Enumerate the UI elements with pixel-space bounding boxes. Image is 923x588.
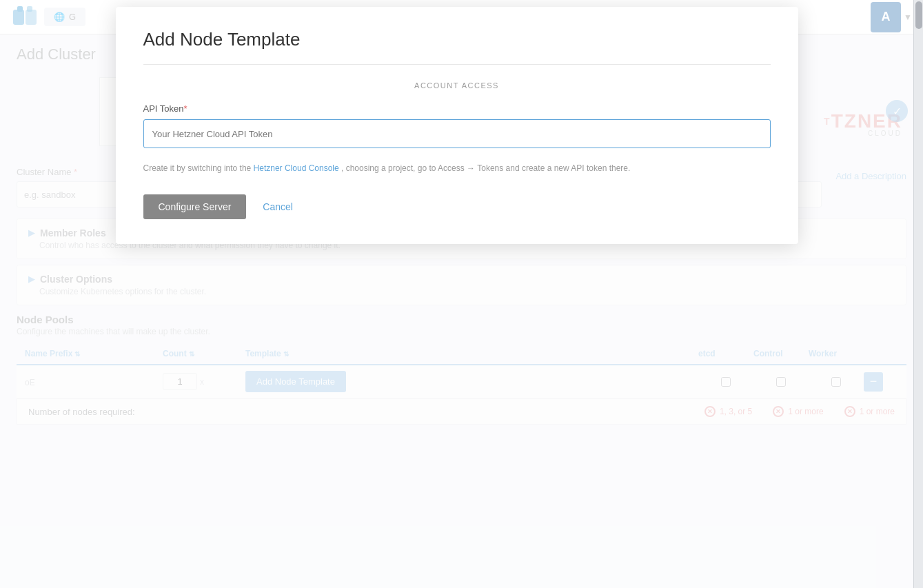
hint-post-text: , choosing a project, go to Access → Tok… bbox=[341, 163, 630, 173]
api-token-input[interactable] bbox=[143, 119, 771, 148]
api-token-label: API Token* bbox=[143, 103, 771, 114]
scrollbar[interactable] bbox=[913, 0, 923, 588]
modal-overlay: Add Node Template ACCOUNT ACCESS API Tok… bbox=[0, 0, 913, 588]
hetzner-console-link[interactable]: Hetzner Cloud Console bbox=[254, 163, 339, 173]
hint-pre-text: Create it by switching into the bbox=[143, 163, 252, 173]
modal-hint: Create it by switching into the Hetzner … bbox=[143, 162, 771, 175]
modal-actions: Configure Server Cancel bbox=[143, 194, 771, 219]
modal: Add Node Template ACCOUNT ACCESS API Tok… bbox=[116, 7, 798, 244]
scrollbar-thumb[interactable] bbox=[915, 1, 922, 29]
modal-title: Add Node Template bbox=[143, 29, 771, 50]
modal-divider bbox=[143, 64, 771, 65]
cancel-btn[interactable]: Cancel bbox=[263, 201, 293, 212]
modal-section-label: ACCOUNT ACCESS bbox=[143, 81, 771, 90]
configure-server-btn[interactable]: Configure Server bbox=[143, 194, 247, 219]
api-token-field: API Token* bbox=[143, 103, 771, 148]
